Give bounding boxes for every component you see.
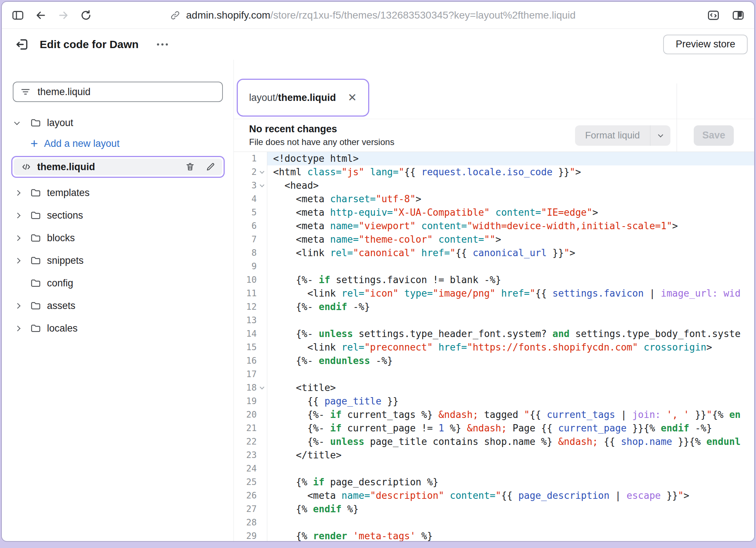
fold-toggle-icon[interactable]	[260, 169, 264, 174]
sidebar-item-theme-liquid[interactable]: theme.liquid	[14, 158, 222, 175]
code-line[interactable]: 13	[234, 314, 754, 327]
search-input[interactable]	[38, 86, 216, 98]
format-options-dropdown[interactable]	[650, 125, 670, 146]
code-text[interactable]: {%- endunless -%}	[267, 354, 754, 368]
code-text[interactable]	[267, 516, 754, 529]
code-line[interactable]: 22 {%- unless page_title contains shop.n…	[234, 435, 754, 449]
code-text[interactable]: <meta name="viewport" content="width=dev…	[267, 219, 754, 233]
code-line[interactable]: 6 <meta name="viewport" content="width=d…	[234, 219, 754, 233]
chevron-right-icon[interactable]	[15, 258, 21, 263]
code-line[interactable]: 7 <meta name="theme-color" content="">	[234, 233, 754, 246]
close-tab-icon[interactable]: ✕	[348, 92, 357, 103]
code-line[interactable]: 11 <link rel="icon" type="image/png" hre…	[234, 287, 754, 300]
code-line[interactable]: 2<html class="js" lang="{{ request.local…	[234, 165, 754, 179]
code-text[interactable]: <meta name="description" content="{{ pag…	[267, 489, 754, 502]
split-view-icon[interactable]	[732, 9, 745, 22]
code-text[interactable]: <meta name="theme-color" content="">	[267, 233, 754, 246]
code-line[interactable]: 3 <head>	[234, 179, 754, 192]
tab-theme-liquid[interactable]: layout/theme.liquid ✕	[240, 82, 366, 114]
code-text[interactable]	[267, 260, 754, 273]
sidebar-item-blocks[interactable]: blocks	[2, 227, 233, 249]
tab-switcher-icon[interactable]	[707, 9, 720, 22]
code-text[interactable]	[267, 462, 754, 475]
code-text[interactable]: {% if page_description %}	[267, 475, 754, 489]
format-liquid-button[interactable]: Format liquid	[575, 125, 670, 146]
code-line[interactable]: 10 {%- if settings.favicon != blank -%}	[234, 273, 754, 287]
code-line[interactable]: 19 {{ page_title }}	[234, 395, 754, 408]
more-actions-icon[interactable]	[153, 40, 172, 49]
code-line[interactable]: 8 <link rel="canonical" href="{{ canonic…	[234, 246, 754, 260]
sidebar-item-locales[interactable]: locales	[2, 317, 233, 340]
sidebar-item-sections[interactable]: sections	[2, 204, 233, 227]
forward-arrow-icon[interactable]	[57, 9, 70, 21]
code-line[interactable]: 5 <meta http-equiv="X-UA-Compatible" con…	[234, 206, 754, 219]
code-text[interactable]: <title>	[267, 381, 754, 395]
fold-toggle-icon[interactable]	[260, 385, 264, 390]
code-text[interactable]: <head>	[267, 179, 754, 192]
code-editor[interactable]: 1<!doctype html>2<html class="js" lang="…	[234, 152, 754, 541]
chevron-right-icon[interactable]	[15, 303, 21, 309]
code-text[interactable]: <link rel="canonical" href="{{ canonical…	[267, 246, 754, 260]
code-line[interactable]: 17	[234, 368, 754, 381]
fold-toggle-icon[interactable]	[260, 183, 264, 187]
code-text[interactable]: {%- endif -%}	[267, 300, 754, 314]
code-line[interactable]: 28	[234, 516, 754, 529]
code-line[interactable]: 21 {%- if current_page != 1 %} &ndash; P…	[234, 422, 754, 435]
code-line[interactable]: 12 {%- endif -%}	[234, 300, 754, 314]
chevron-right-icon[interactable]	[15, 235, 21, 241]
code-text[interactable]	[267, 368, 754, 381]
chevron-right-icon[interactable]	[15, 212, 21, 218]
code-text[interactable]: {{ page_title }}	[267, 395, 754, 408]
code-text[interactable]: {%- unless settings.type_header_font.sys…	[267, 327, 754, 341]
code-line[interactable]: 29 {% render 'meta-tags' %}	[234, 529, 754, 541]
url-text: admin.shopify.com/store/rzq1xu-f5/themes…	[186, 9, 576, 21]
line-number: 17	[246, 368, 257, 381]
back-arrow-icon[interactable]	[35, 9, 47, 21]
code-line[interactable]: 4 <meta charset="utf-8">	[234, 192, 754, 206]
code-text[interactable]: {%- if current_page != 1 %} &ndash; Page…	[267, 422, 754, 435]
code-line[interactable]: 18 <title>	[234, 381, 754, 395]
code-text[interactable]: <html class="js" lang="{{ request.locale…	[267, 165, 754, 179]
sidebar-item-config[interactable]: config	[2, 272, 233, 294]
sidebar-toggle-icon[interactable]	[11, 9, 24, 22]
chevron-right-icon[interactable]	[15, 190, 21, 196]
sidebar-item-assets[interactable]: assets	[2, 294, 233, 317]
code-text[interactable]: <link rel="icon" type="image/png" href="…	[267, 287, 754, 300]
code-line[interactable]: 26 <meta name="description" content="{{ …	[234, 489, 754, 502]
address-bar[interactable]: admin.shopify.com/store/rzq1xu-f5/themes…	[170, 9, 576, 21]
code-line[interactable]: 16 {%- endunless -%}	[234, 354, 754, 368]
code-line[interactable]: 9	[234, 260, 754, 273]
code-text[interactable]: </title>	[267, 449, 754, 462]
code-text[interactable]: <!doctype html>	[267, 152, 754, 165]
add-new-layout-button[interactable]: Add a new layout	[2, 134, 233, 153]
sidebar-item-snippets[interactable]: snippets	[2, 249, 233, 272]
code-line[interactable]: 15 <link rel="preconnect" href="https://…	[234, 341, 754, 354]
code-text[interactable]: {%- if current_tags %} &ndash; tagged "{…	[267, 408, 754, 422]
code-text[interactable]	[267, 314, 754, 327]
code-text[interactable]: {% render 'meta-tags' %}	[267, 529, 754, 541]
code-line[interactable]: 25 {% if page_description %}	[234, 475, 754, 489]
sidebar-item-templates[interactable]: templates	[2, 181, 233, 204]
code-line[interactable]: 23 </title>	[234, 449, 754, 462]
code-text[interactable]: <link rel="preconnect" href="https://fon…	[267, 341, 754, 354]
rename-file-icon[interactable]	[205, 162, 216, 172]
code-text[interactable]: <meta http-equiv="X-UA-Compatible" conte…	[267, 206, 754, 219]
code-text[interactable]: {%- if settings.favicon != blank -%}	[267, 273, 754, 287]
file-search[interactable]	[13, 82, 223, 102]
code-text[interactable]: <meta charset="utf-8">	[267, 192, 754, 206]
exit-editor-icon[interactable]	[15, 37, 29, 52]
chevron-down-icon[interactable]	[14, 119, 20, 125]
code-text[interactable]: {% endif %}	[267, 502, 754, 516]
chevron-right-icon[interactable]	[15, 325, 21, 331]
reload-icon[interactable]	[80, 9, 92, 21]
code-text[interactable]: {%- unless page_title contains shop.name…	[267, 435, 754, 449]
delete-file-icon[interactable]	[185, 162, 195, 172]
save-button[interactable]: Save	[694, 125, 734, 146]
code-line[interactable]: 1<!doctype html>	[234, 152, 754, 165]
code-line[interactable]: 14 {%- unless settings.type_header_font.…	[234, 327, 754, 341]
code-line[interactable]: 24	[234, 462, 754, 475]
code-line[interactable]: 20 {%- if current_tags %} &ndash; tagged…	[234, 408, 754, 422]
code-line[interactable]: 27 {% endif %}	[234, 502, 754, 516]
preview-store-button[interactable]: Preview store	[663, 35, 748, 54]
sidebar-item-layout[interactable]: layout	[2, 111, 233, 134]
